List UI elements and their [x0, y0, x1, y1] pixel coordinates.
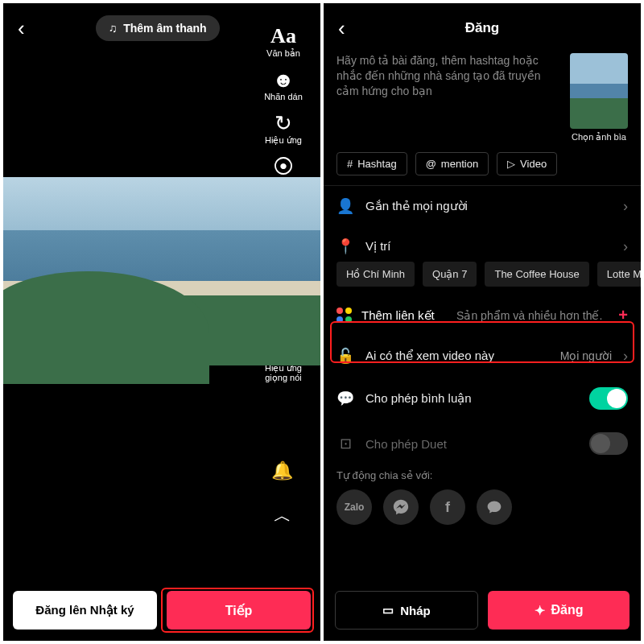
- sticker-icon: ☻: [272, 69, 294, 90]
- auto-share-label: Tự động chia sẻ với:: [324, 466, 641, 489]
- effect-tool[interactable]: ↻ Hiệu ứng: [265, 113, 302, 145]
- apps-icon: [336, 308, 352, 323]
- add-sound-label: Thêm âm thanh: [123, 22, 206, 35]
- hashtag-icon: #: [347, 158, 353, 170]
- who-can-view-row[interactable]: 🔓 Ai có thể xem video này Mọi người ›: [324, 336, 641, 376]
- location-icon: 📍: [336, 237, 354, 255]
- draft-button[interactable]: ▭ Nháp: [335, 591, 478, 630]
- mention-chip[interactable]: @ mention: [415, 152, 489, 175]
- page-title: Đăng: [324, 20, 641, 36]
- location-chip[interactable]: Quận 7: [423, 262, 477, 287]
- chevron-right-icon: ›: [623, 198, 628, 215]
- share-facebook-button[interactable]: f: [430, 489, 465, 525]
- text-tool[interactable]: Aa Văn bản: [266, 26, 300, 58]
- allow-duet-row: ⊡ Cho phép Duet: [324, 421, 641, 466]
- unlock-icon: 🔓: [336, 347, 354, 365]
- video-preview[interactable]: [3, 177, 320, 365]
- allow-comments-row: 💬 Cho phép bình luận: [324, 376, 641, 421]
- sparkle-icon: ✦: [535, 603, 545, 618]
- post-button[interactable]: ✦ Đăng: [488, 591, 630, 630]
- allow-duet-toggle[interactable]: [589, 432, 628, 455]
- share-messenger-button[interactable]: [383, 489, 419, 525]
- partial-tool-icon: 🔔: [271, 460, 293, 481]
- person-icon: 👤: [336, 197, 354, 215]
- duet-icon: ⊡: [336, 435, 354, 452]
- editor-screen: ‹ ♫ Thêm âm thanh Aa Văn bản ☻ Nhãn dán …: [3, 3, 320, 641]
- plus-icon: +: [618, 306, 628, 324]
- share-chat-button[interactable]: [477, 489, 512, 525]
- hashtag-chip[interactable]: # Hashtag: [336, 152, 407, 175]
- cover-thumbnail[interactable]: [570, 53, 628, 129]
- expand-tools-button[interactable]: ︿: [274, 504, 291, 528]
- description-input[interactable]: Hãy mô tả bài đăng, thêm hashtag hoặc nh…: [336, 53, 562, 142]
- chevron-right-icon: ›: [623, 348, 628, 365]
- messenger-icon: [392, 498, 410, 516]
- draft-icon: ▭: [382, 603, 394, 617]
- add-link-row[interactable]: Thêm liên kết Sản phẩm và nhiều hơn thế.…: [324, 295, 641, 336]
- filter-icon: ⦿: [273, 156, 294, 177]
- text-icon: Aa: [270, 26, 296, 47]
- cover-label: Chọn ảnh bìa: [572, 132, 626, 142]
- share-zalo-button[interactable]: Zalo: [336, 489, 372, 525]
- mention-icon: @: [426, 158, 436, 170]
- post-to-story-button[interactable]: Đăng lên Nhật ký: [13, 591, 157, 630]
- tag-people-row[interactable]: 👤 Gắn thẻ mọi người ›: [324, 186, 641, 226]
- post-screen: ‹ Đăng Hãy mô tả bài đăng, thêm hashtag …: [324, 3, 641, 641]
- play-icon: ▷: [507, 158, 515, 170]
- add-sound-button[interactable]: ♫ Thêm âm thanh: [96, 15, 220, 41]
- chat-icon: [486, 499, 502, 515]
- location-chip[interactable]: Hồ Chí Minh: [336, 262, 415, 287]
- location-row[interactable]: 📍 Vị trí ›: [324, 226, 641, 262]
- music-note-icon: ♫: [109, 22, 118, 35]
- allow-comments-toggle[interactable]: [589, 387, 628, 410]
- chevron-right-icon: ›: [623, 238, 628, 255]
- effect-icon: ↻: [275, 113, 292, 134]
- location-chip[interactable]: The Coffee House: [485, 262, 588, 287]
- sticker-tool[interactable]: ☻ Nhãn dán: [264, 69, 303, 101]
- next-button[interactable]: Tiếp: [167, 591, 311, 630]
- back-button[interactable]: ‹: [13, 14, 30, 42]
- location-suggestions: Hồ Chí Minh Quận 7 The Coffee House Lott…: [324, 262, 641, 295]
- location-chip[interactable]: Lotte Mart District 7: [597, 262, 641, 287]
- video-chip[interactable]: ▷ Video: [497, 152, 557, 175]
- comment-icon: 💬: [336, 390, 354, 407]
